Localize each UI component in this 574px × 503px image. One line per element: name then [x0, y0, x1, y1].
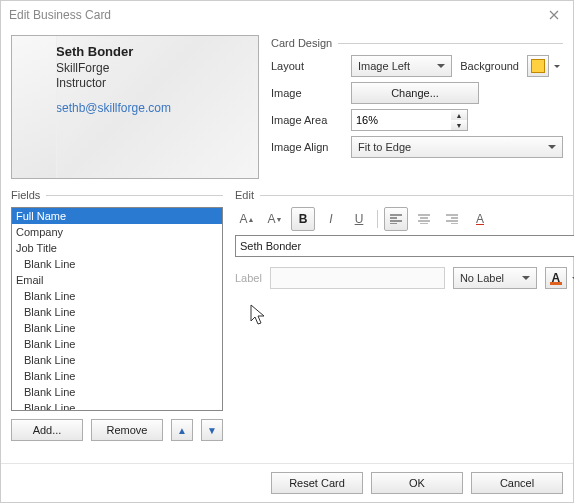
fields-legend: Fields — [11, 189, 223, 201]
font-color-button[interactable]: A — [468, 207, 492, 231]
image-area-label: Image Area — [271, 114, 343, 126]
add-field-button[interactable]: Add... — [11, 419, 83, 441]
dialog-footer: Reset Card OK Cancel — [1, 463, 573, 502]
window-title: Edit Business Card — [9, 8, 111, 22]
field-item[interactable]: Job Title — [12, 240, 222, 256]
close-icon[interactable] — [541, 5, 567, 25]
background-label: Background — [460, 60, 519, 72]
font-increase-button[interactable]: A▲ — [235, 207, 259, 231]
field-item[interactable]: Blank Line — [12, 336, 222, 352]
preview-jobtitle: Instructor — [56, 76, 248, 91]
image-area-input[interactable] — [351, 109, 451, 131]
fields-listbox[interactable]: Full NameCompanyJob TitleBlank LineEmail… — [11, 207, 223, 411]
field-item[interactable]: Blank Line — [12, 256, 222, 272]
field-item[interactable]: Blank Line — [12, 384, 222, 400]
move-up-button[interactable]: ▲ — [171, 419, 193, 441]
spin-down-icon[interactable]: ▼ — [451, 120, 467, 130]
bold-button[interactable]: B — [291, 207, 315, 231]
field-item[interactable]: Full Name — [12, 208, 222, 224]
image-align-dropdown[interactable]: Fit to Edge — [351, 136, 563, 158]
field-item[interactable]: Blank Line — [12, 320, 222, 336]
field-item[interactable]: Company — [12, 224, 222, 240]
image-area-spinner[interactable]: ▲ ▼ — [351, 109, 563, 131]
image-align-label: Image Align — [271, 141, 343, 153]
label-position-dropdown[interactable]: No Label — [453, 267, 537, 289]
field-item[interactable]: Blank Line — [12, 400, 222, 411]
preview-email: sethb@skillforge.com — [56, 101, 248, 115]
cursor-icon — [249, 303, 273, 327]
field-item[interactable]: Blank Line — [12, 352, 222, 368]
label-label: Label — [235, 272, 262, 284]
align-left-button[interactable] — [384, 207, 408, 231]
format-toolbar: A▲ A▼ B I U A — [235, 207, 574, 231]
card-design-legend: Card Design — [271, 37, 563, 49]
arrow-up-icon: ▲ — [177, 425, 187, 436]
edit-text-input[interactable] — [235, 235, 574, 257]
field-item[interactable]: Email — [12, 272, 222, 288]
layout-label: Layout — [271, 60, 343, 72]
card-design-panel: Card Design Layout Image Left Background… — [271, 35, 563, 179]
titlebar: Edit Business Card — [1, 1, 573, 29]
label-input — [270, 267, 445, 289]
reset-card-button[interactable]: Reset Card — [271, 472, 363, 494]
remove-field-button[interactable]: Remove — [91, 419, 163, 441]
background-color-picker[interactable] — [527, 55, 549, 77]
arrow-down-icon: ▼ — [207, 425, 217, 436]
spin-up-icon[interactable]: ▲ — [451, 110, 467, 120]
field-item[interactable]: Blank Line — [12, 368, 222, 384]
card-preview-imagearea — [12, 36, 57, 178]
font-decrease-button[interactable]: A▼ — [263, 207, 287, 231]
preview-name: Seth Bonder — [56, 44, 248, 59]
underline-button[interactable]: U — [347, 207, 371, 231]
edit-legend: Edit — [235, 189, 574, 201]
move-down-button[interactable]: ▼ — [201, 419, 223, 441]
field-item[interactable]: Blank Line — [12, 288, 222, 304]
ok-button[interactable]: OK — [371, 472, 463, 494]
toolbar-sep — [377, 210, 378, 228]
italic-button[interactable]: I — [319, 207, 343, 231]
dialog-window: Edit Business Card Seth Bonder SkillForg… — [0, 0, 574, 503]
card-preview: Seth Bonder SkillForge Instructor sethb@… — [11, 35, 259, 179]
layout-dropdown[interactable]: Image Left — [351, 55, 452, 77]
align-right-button[interactable] — [440, 207, 464, 231]
align-center-button[interactable] — [412, 207, 436, 231]
change-image-button[interactable]: Change... — [351, 82, 479, 104]
field-item[interactable]: Blank Line — [12, 304, 222, 320]
cancel-button[interactable]: Cancel — [471, 472, 563, 494]
image-label: Image — [271, 87, 343, 99]
label-font-color-button[interactable]: A — [545, 267, 567, 289]
preview-company: SkillForge — [56, 61, 248, 76]
